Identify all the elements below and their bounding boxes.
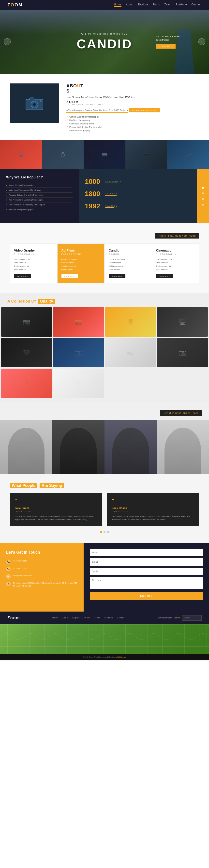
hero-subtitle: Art of creating memories: [77, 32, 132, 35]
testimonial-role-2: Lorem ipsum: [112, 510, 194, 513]
specialised-label: We Are Specialised At:: [129, 108, 160, 113]
nav-contact[interactable]: Contact: [191, 3, 202, 7]
footer-link-home[interactable]: Home: [52, 617, 58, 619]
silhouette-3: [112, 428, 149, 474]
popular-left: Why We Are Popular ? Award Winning Photo…: [0, 169, 79, 223]
nav-home[interactable]: Home: [114, 3, 122, 7]
sidebar-dot-1[interactable]: [202, 187, 204, 189]
sidebar-dot-4[interactable]: [202, 204, 204, 206]
contact-message-input[interactable]: [90, 577, 203, 589]
hero-next-arrow[interactable]: ›: [199, 38, 205, 45]
stat-number-awards: 1992: [85, 202, 102, 210]
about-feature-2: Fashion photography: [67, 119, 199, 122]
popular-item-3: Possess Outstanding Video Production: [6, 193, 73, 197]
team-member-2: [52, 420, 105, 474]
nav-plans[interactable]: Plans: [153, 3, 160, 7]
testimonial-dot-3[interactable]: [107, 531, 109, 533]
nav-explore[interactable]: Explore: [138, 3, 148, 7]
popular-item-5: Use Top Notch Photography Films Expert: [6, 203, 73, 207]
footer-link-plans[interactable]: Plans: [84, 617, 90, 619]
location-icon: 📍: [6, 582, 10, 586]
contact-form: SUBMIT: [84, 543, 209, 612]
contact-phone-2-row: 📞 +1 (34 67 3999): [6, 567, 77, 571]
service-btn-2[interactable]: Know More: [61, 274, 78, 278]
footer-breadcrumb-submit: Submit: [174, 617, 180, 619]
sidebar-dot-2[interactable]: [202, 192, 204, 194]
gallery-item-2: 💍: [42, 140, 84, 169]
footer-link-portfolio[interactable]: Portfolio: [104, 617, 113, 619]
about-tagline: You Dream About Your Photo, Will Become …: [67, 96, 199, 99]
service-card-cinematic: Cinematic PHOTOGRAPHY Lorem ipsum dolor …: [152, 243, 200, 283]
popular-item-4: Add Professional Wedding Photographs: [6, 197, 73, 203]
service-subtitle-4: PHOTOGRAPHY: [156, 253, 195, 255]
contact-subject-input[interactable]: [90, 568, 203, 575]
popular-sidebar: [197, 169, 209, 223]
contact-address: Street, Avenue 2323 Nashville, 12 Browne…: [13, 582, 77, 588]
contact-email-input[interactable]: [90, 558, 203, 566]
map-section: [0, 624, 209, 654]
phone-icon: 📞: [6, 560, 10, 564]
silhouette-2: [60, 428, 97, 474]
footer-search-input[interactable]: [182, 615, 202, 621]
testimonial-text-2: Nam mollis, Lorem Ipsum dolor sit amet. …: [112, 515, 194, 521]
popular-item-2: Make Your Photography More Unique: [6, 188, 73, 193]
hero-prev-arrow[interactable]: ‹: [4, 38, 10, 45]
testimonial-dot-2[interactable]: [104, 531, 105, 533]
services-grid: Video Graphy PHOTOGRAPHY Lorem ipsum dol…: [10, 243, 199, 283]
gallery-item-4: 🕶️: [125, 140, 167, 169]
phone-icon-2: 📞: [6, 567, 10, 571]
footer-nav-links: Home About Explore Plans Team Portfolio …: [52, 617, 125, 619]
hero-right-text: We Can Help You Make Great Photos Learn …: [156, 35, 180, 49]
team-title-badge: Great Vision! Great Team: [160, 410, 202, 416]
services-badge-pre: Plans: [159, 235, 166, 237]
service-btn-4[interactable]: Know More: [156, 274, 173, 278]
team-member-3: [105, 420, 157, 474]
team-member-1: [0, 420, 52, 474]
footer-link-contact[interactable]: Contact: [117, 617, 125, 619]
team-grid: [0, 420, 209, 474]
services-badge-highlight: That Meet Your Need: [168, 235, 196, 237]
hero-content: Art of creating memories CANDID: [77, 32, 132, 51]
testimonial-dot-1[interactable]: [100, 531, 102, 533]
hero-title: CANDID: [77, 37, 132, 51]
gallery-strip: 👗 💍 ⌨️ 🕶️ 🛹: [0, 140, 209, 169]
footer-link-explore[interactable]: Explore: [72, 617, 81, 619]
contact-email: info@zoomphoto.com: [13, 574, 32, 578]
about-projects: A Very Strong And Diverse Team Captured …: [67, 108, 128, 113]
nav-team[interactable]: Team: [164, 3, 171, 7]
collection-item-4: 🖥️: [157, 307, 208, 337]
nav-portfolio[interactable]: Portfolio: [176, 3, 187, 7]
nav-about[interactable]: About: [126, 3, 133, 7]
footer-link-about[interactable]: About: [62, 617, 69, 619]
service-btn-1[interactable]: Know More: [14, 274, 31, 278]
quote-icon-1: ": [15, 498, 97, 504]
footer-breadcrumb-register: Get Registration: [158, 617, 172, 619]
footer-link-team[interactable]: Team: [94, 617, 100, 619]
about-section: ABOUT S You Dream About Your Photo, Will…: [0, 73, 209, 140]
testimonials-title: What People Are Saying: [10, 484, 64, 488]
collection-item-10: 🕊️: [53, 369, 104, 398]
stat-label-clients: CLIENTS: [105, 192, 118, 195]
stat-row-2: 1800 CLIENTS: [85, 190, 190, 198]
contact-phone-1-row: 📞 +1 (34 67 3999): [6, 560, 77, 564]
zoom-brand: ZOOM: [67, 100, 199, 104]
stat-bar-branches: [105, 183, 121, 183]
service-card-adfilms: Ad Films PHOTOGRAPHY Lorem ipsum dolor F…: [57, 243, 105, 283]
service-btn-3[interactable]: Know More: [109, 274, 125, 278]
gallery-item-3: ⌨️: [84, 140, 125, 169]
team-member-4: [157, 420, 209, 474]
collection-item-3: 🌹: [105, 307, 156, 337]
hero-tagline-1: We Can Help You Make: [156, 35, 180, 38]
collection-header: A Collection Of Quality: [0, 293, 209, 306]
svg-rect-4: [29, 98, 34, 100]
popular-list: Award Winning Photography Make Your Phot…: [6, 183, 73, 212]
contact-submit-btn[interactable]: SUBMIT: [90, 592, 203, 600]
contact-name-input[interactable]: [90, 549, 203, 556]
collection-item-6: 📷: [53, 338, 104, 367]
about-feature-1: Candid Wedding Photography: [67, 115, 199, 119]
service-subtitle-2: PHOTOGRAPHY: [61, 253, 101, 255]
email-icon: ✉: [6, 574, 10, 579]
hero-learn-more-btn[interactable]: Learn More: [156, 44, 176, 49]
sidebar-dot-3[interactable]: [202, 198, 204, 200]
services-section: Plans That Meet Your Need Video Graphy P…: [0, 223, 209, 293]
